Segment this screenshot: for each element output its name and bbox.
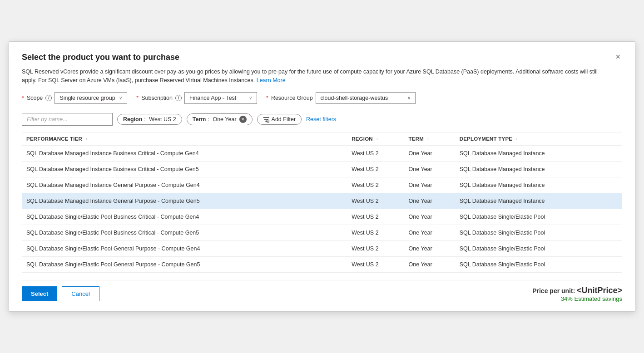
subscription-dropdown-arrow: ∨ [249,95,252,100]
resource-group-group: * Resource Group cloud-shell-storage-wes… [266,92,416,104]
dialog-description: SQL Reserved vCores provide a significan… [22,68,612,85]
price-value: <UnitPrice> [577,286,622,295]
region-chip-label: Region [123,116,142,123]
subscription-group: * Subscription i Finance App - Test ∨ [136,92,257,104]
cell-deployment_type: SQL Database Single/Elastic Pool [460,225,622,240]
footer-actions: Select Cancel [22,286,99,301]
scope-dropdown[interactable]: Single resource group ∨ [54,92,127,104]
add-filter-icon [263,116,269,123]
cell-region: West US 2 [352,145,408,161]
sort-icon-term: ↕ [427,137,429,141]
sort-icon-region: ↕ [376,137,378,141]
cell-term: One Year [409,145,460,161]
subscription-dropdown[interactable]: Finance App - Test ∨ [184,92,257,104]
learn-more-link[interactable]: Learn More [257,77,286,83]
col-deployment-type[interactable]: DEPLOYMENT TYPE ↕ [460,132,622,146]
sort-icon-deployment-type: ↕ [516,137,518,141]
cell-deployment_type: SQL Database Single/Elastic Pool [460,256,622,272]
cell-term: One Year [409,256,460,272]
scope-label: Scope [27,95,43,101]
table-row[interactable]: SQL Database Single/Elastic Pool General… [22,256,622,272]
add-filter-button[interactable]: Add Filter [257,114,302,125]
subscription-required-star: * [136,95,139,101]
cell-term: One Year [409,240,460,256]
scope-required-star: * [22,95,24,101]
cell-deployment_type: SQL Database Single/Elastic Pool [460,209,622,225]
col-performance-tier[interactable]: PERFORMANCE TIER ↕ [22,132,352,146]
reset-filters-button[interactable]: Reset filters [306,114,336,124]
cell-term: One Year [409,161,460,177]
cell-deployment_type: SQL Database Managed Instance [460,145,622,161]
dialog-footer: Select Cancel Price per unit: <UnitPrice… [22,280,622,302]
term-chip-value: One Year [213,116,236,123]
table-row[interactable]: SQL Database Managed Instance General Pu… [22,193,622,209]
table-header-row: PERFORMANCE TIER ↕ REGION ↕ TERM ↕ DEPLO… [22,132,622,146]
dialog-header: Select the product you want to purchase … [22,53,622,62]
term-filter-close-icon[interactable]: ✕ [239,116,247,123]
term-chip-label: Term [193,116,206,123]
filter-row: Region : West US 2 Term : One Year ✕ Add… [22,113,622,126]
cell-term: One Year [409,193,460,209]
table-row[interactable]: SQL Database Single/Elastic Pool Busines… [22,209,622,225]
table-row[interactable]: SQL Database Single/Elastic Pool General… [22,240,622,256]
scope-dropdown-arrow: ∨ [119,95,122,100]
sort-icon-performance-tier: ↕ [86,137,88,141]
filter-name-input[interactable] [22,113,113,126]
cell-deployment_type: SQL Database Managed Instance [460,193,622,209]
footer-price: Price per unit: <UnitPrice> 34% Estimate… [532,286,622,302]
term-filter-chip[interactable]: Term : One Year ✕ [187,113,253,125]
scope-info-icon[interactable]: i [45,95,52,101]
cell-deployment_type: SQL Database Managed Instance [460,177,622,193]
cell-region: West US 2 [352,209,408,225]
resource-group-dropdown-arrow: ∨ [407,95,411,100]
cell-performance_tier: SQL Database Single/Elastic Pool General… [22,256,352,272]
cell-term: One Year [409,225,460,240]
scope-row: * Scope i Single resource group ∨ * Subs… [22,92,622,104]
resource-group-label: Resource Group [271,95,313,101]
region-filter-chip[interactable]: Region : West US 2 [117,114,182,125]
select-button[interactable]: Select [22,286,57,301]
cell-performance_tier: SQL Database Managed Instance Business C… [22,161,352,177]
cell-term: One Year [409,177,460,193]
purchase-dialog: Select the product you want to purchase … [9,41,635,312]
cell-performance_tier: SQL Database Single/Elastic Pool Busines… [22,225,352,240]
cell-performance_tier: SQL Database Single/Elastic Pool Busines… [22,209,352,225]
resource-group-required-star: * [266,95,268,101]
products-table-container: PERFORMANCE TIER ↕ REGION ↕ TERM ↕ DEPLO… [22,132,622,273]
savings-label: 34% Estimated savings [532,295,622,302]
cell-region: West US 2 [352,240,408,256]
price-per-unit-label: Price per unit: [532,287,575,294]
cell-performance_tier: SQL Database Managed Instance General Pu… [22,193,352,209]
cell-performance_tier: SQL Database Managed Instance General Pu… [22,177,352,193]
cell-region: West US 2 [352,177,408,193]
table-row[interactable]: SQL Database Managed Instance Business C… [22,161,622,177]
scope-group: * Scope i Single resource group ∨ [22,92,127,104]
col-term[interactable]: TERM ↕ [409,132,460,146]
products-table: PERFORMANCE TIER ↕ REGION ↕ TERM ↕ DEPLO… [22,132,622,273]
cell-region: West US 2 [352,161,408,177]
dialog-title: Select the product you want to purchase [22,53,179,62]
cell-region: West US 2 [352,256,408,272]
table-row[interactable]: SQL Database Managed Instance Business C… [22,145,622,161]
add-filter-label: Add Filter [272,116,296,123]
col-region[interactable]: REGION ↕ [352,132,408,146]
cell-deployment_type: SQL Database Managed Instance [460,161,622,177]
close-button[interactable]: × [614,53,622,61]
region-chip-value: West US 2 [149,116,176,123]
cell-deployment_type: SQL Database Single/Elastic Pool [460,240,622,256]
subscription-label: Subscription [141,95,173,101]
cell-performance_tier: SQL Database Single/Elastic Pool General… [22,240,352,256]
cancel-button[interactable]: Cancel [62,286,99,301]
cell-region: West US 2 [352,225,408,240]
cell-region: West US 2 [352,193,408,209]
cell-term: One Year [409,209,460,225]
subscription-info-icon[interactable]: i [175,95,182,101]
table-row[interactable]: SQL Database Managed Instance General Pu… [22,177,622,193]
resource-group-dropdown[interactable]: cloud-shell-storage-westus ∨ [316,92,416,104]
cell-performance_tier: SQL Database Managed Instance Business C… [22,145,352,161]
table-row[interactable]: SQL Database Single/Elastic Pool Busines… [22,225,622,240]
